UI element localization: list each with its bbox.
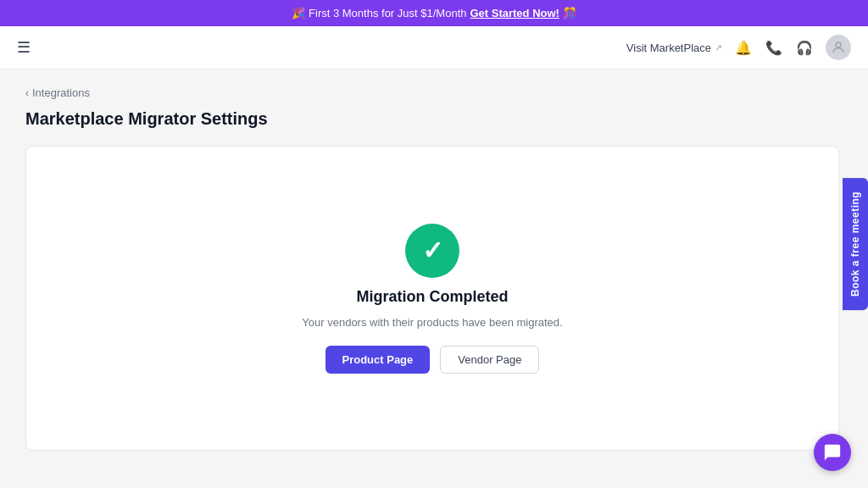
promo-banner: 🎉 First 3 Months for Just $1/Month Get S… xyxy=(0,0,868,26)
banner-cta-link[interactable]: Get Started Now! xyxy=(470,7,559,19)
migration-description: Your vendors with their products have be… xyxy=(302,316,562,329)
header-right: Visit MarketPlace ↗ 🔔 📞 🎧 xyxy=(626,35,851,60)
breadcrumb-label: Integrations xyxy=(32,86,90,99)
migration-success-content: ✓ Migration Completed Your vendors with … xyxy=(302,224,562,374)
user-avatar[interactable] xyxy=(826,35,851,60)
phone-icon[interactable]: 📞 xyxy=(765,38,783,57)
page-title: Marketplace Migrator Settings xyxy=(25,109,843,129)
banner-text: First 3 Months for Just $1/Month xyxy=(309,7,466,19)
product-page-button[interactable]: Product Page xyxy=(326,346,431,374)
marketplace-link-label: Visit MarketPlace xyxy=(626,42,711,54)
book-meeting-button[interactable]: Book a free meeting xyxy=(843,178,868,310)
main-header: ☰ Visit MarketPlace ↗ 🔔 📞 🎧 xyxy=(0,26,868,69)
migration-card: ✓ Migration Completed Your vendors with … xyxy=(25,146,839,451)
migration-completed-title: Migration Completed xyxy=(357,288,509,306)
banner-emoji-left: 🎉 xyxy=(292,7,305,19)
success-checkmark-icon: ✓ xyxy=(405,224,459,278)
vendor-page-button[interactable]: Vendor Page xyxy=(440,346,539,374)
external-link-icon: ↗ xyxy=(715,42,722,53)
breadcrumb-chevron-icon: ‹ xyxy=(25,87,29,99)
visit-marketplace-link[interactable]: Visit MarketPlace ↗ xyxy=(626,42,722,54)
svg-point-0 xyxy=(836,42,841,47)
notification-bell-icon[interactable]: 🔔 xyxy=(734,38,753,57)
banner-emoji-right: 🎊 xyxy=(563,7,576,19)
header-left: ☰ xyxy=(17,38,31,57)
headset-icon[interactable]: 🎧 xyxy=(795,38,814,57)
chat-bubble-button[interactable] xyxy=(814,434,851,471)
action-buttons: Product Page Vendor Page xyxy=(326,346,540,374)
breadcrumb[interactable]: ‹ Integrations xyxy=(25,86,843,99)
hamburger-menu-icon[interactable]: ☰ xyxy=(17,38,31,57)
main-content: ‹ Integrations Marketplace Migrator Sett… xyxy=(0,69,868,468)
